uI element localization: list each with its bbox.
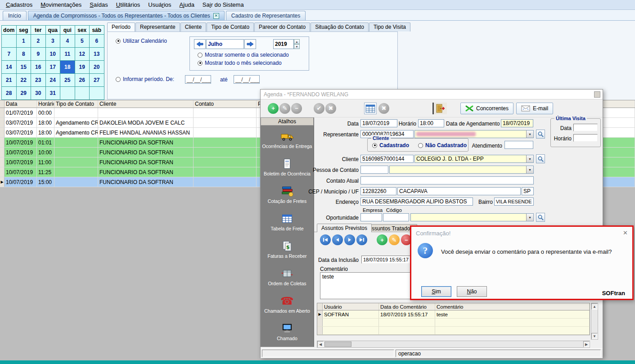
spin-down-icon[interactable]: ▼ [294, 44, 300, 49]
period-end-input[interactable]: __/__/____ [234, 75, 260, 84]
filter-tab-1[interactable]: Representante [135, 22, 180, 31]
month-field[interactable]: Julho [206, 39, 244, 49]
agendamento-field[interactable]: 18/07/2019 [501, 119, 533, 127]
horario-field[interactable]: 18:00 [418, 119, 444, 127]
tab-2[interactable]: Cadastro de Representantes [226, 11, 306, 20]
tab-0[interactable]: Início [3, 11, 27, 20]
scroll-up-icon[interactable]: ▲ [591, 303, 598, 310]
last-record-button[interactable] [356, 234, 367, 245]
cep-field[interactable]: 12282260 [360, 187, 396, 195]
data-field[interactable]: 18/07/2019 [360, 119, 397, 127]
calendar-day-22[interactable]: 22 [17, 74, 32, 87]
calendar-day-17[interactable]: 17 [46, 61, 61, 74]
sidebar-item-5[interactable]: Ordem de Coletas [261, 263, 314, 290]
vertical-scrollbar[interactable]: ▲ ▼ [591, 303, 598, 340]
atendimento-field[interactable] [504, 141, 533, 149]
concorrentes-button[interactable]: Concorrentes [460, 103, 513, 114]
radio-cadastrado[interactable]: Cadastrado [372, 142, 409, 148]
column-header-4[interactable]: Contato [194, 100, 257, 108]
uf-field[interactable]: SP [522, 187, 534, 195]
calendar-day-6[interactable]: 6 [90, 35, 104, 48]
menu-item-3[interactable]: Utilitários [112, 1, 144, 8]
filter-tab-3[interactable]: Tipo de Contato [207, 22, 254, 31]
calendar-day-11[interactable]: 11 [60, 48, 75, 61]
contato-atual-field[interactable] [360, 176, 534, 184]
confirm-button[interactable]: ✔ [314, 103, 324, 114]
calendar-day-5[interactable]: 5 [75, 35, 90, 48]
bairro-field[interactable]: VILA RESENDE [494, 198, 534, 206]
calendar-day-13[interactable]: 13 [90, 48, 104, 61]
radio-nao-cadastrado[interactable]: Não Cadastrado [418, 142, 467, 148]
pessoa-contato-code-field[interactable] [360, 166, 388, 174]
chevron-down-icon[interactable]: ▼ [526, 214, 533, 221]
empresa-field[interactable] [360, 213, 382, 221]
sidebar-item-7[interactable]: Chamado [261, 318, 314, 345]
chevron-down-icon[interactable]: ▼ [526, 130, 533, 138]
representante-search-button[interactable] [536, 130, 545, 139]
previous-month-button[interactable] [194, 39, 206, 49]
calendar-day-30[interactable]: 30 [31, 87, 46, 100]
edit-comment-button[interactable]: ✎ [389, 234, 400, 245]
tab-assuntos-previstos[interactable]: Assuntos Previstos [317, 224, 372, 232]
comments-column-header-1[interactable]: Data do Comentário [379, 303, 435, 310]
column-header-1[interactable]: Horário [37, 100, 54, 108]
calendar-day-19[interactable]: 19 [75, 61, 90, 74]
calendar-day-12[interactable]: 12 [75, 48, 90, 61]
next-month-button[interactable] [244, 39, 256, 49]
scroll-left-icon[interactable]: ◀ [317, 341, 324, 347]
calendar-day-15[interactable]: 15 [17, 61, 32, 74]
oportunidade-combo[interactable]: ▼ [410, 213, 534, 221]
previous-record-button[interactable] [332, 234, 343, 245]
filter-tab-5[interactable]: Situação do Contato [311, 22, 369, 31]
scroll-right-icon[interactable]: ▶ [583, 341, 590, 347]
shortcuts-header[interactable]: Atalhos [261, 117, 314, 126]
menu-item-1[interactable]: Movimentações [36, 1, 86, 8]
calendar-day-29[interactable]: 29 [17, 87, 32, 100]
comments-column-header-0[interactable]: Usuário [323, 303, 379, 310]
add-comment-button[interactable]: + [377, 234, 387, 245]
radio-informar-periodo[interactable]: Informar período. De: [116, 76, 174, 82]
menu-item-4[interactable]: Usuários [144, 1, 175, 8]
radio-mostrar-dia[interactable]: Mostrar somente o dia selecionado [198, 52, 289, 58]
menu-item-2[interactable]: Saídas [86, 1, 112, 8]
cliente-combo[interactable]: COLEGIO J. D. LTDA - EPP▼ [414, 155, 534, 163]
calendar-day-23[interactable]: 23 [31, 74, 46, 87]
sidebar-item-3[interactable]: Tabela de Frete [261, 208, 314, 235]
oportunidade-search-button[interactable] [536, 213, 545, 222]
cancel-button[interactable]: ✖ [325, 103, 336, 114]
cliente-code-field[interactable]: 51609857000144 [360, 155, 414, 163]
calendar-day-25[interactable]: 25 [60, 74, 75, 87]
comments-column-header-2[interactable]: Comentário [435, 303, 590, 310]
radio-mostrar-mes[interactable]: Mostrar todo o mês selecionado [198, 60, 282, 66]
no-button[interactable]: Não [457, 286, 487, 297]
pessoa-contato-combo[interactable]: ▼ [389, 166, 534, 174]
sidebar-item-4[interactable]: $Faturas a Receber [261, 235, 314, 263]
calendar-day-18[interactable]: 18 [60, 61, 75, 74]
comment-row[interactable]: ▶SOFTRAN18/07/2019 15:55:17teste [317, 310, 590, 319]
calendar-day-24[interactable]: 24 [46, 74, 61, 87]
column-header-2[interactable]: Tipo de Contato [54, 100, 98, 108]
calendar-day-28[interactable]: 28 [2, 87, 17, 100]
filter-tab-2[interactable]: Cliente [180, 22, 206, 31]
calendar-day-4[interactable]: 4 [60, 35, 75, 48]
calendar-day-31[interactable]: 31 [46, 87, 61, 100]
chevron-down-icon[interactable]: ▼ [526, 166, 533, 173]
close-icon[interactable]: ✕ [623, 229, 628, 236]
cliente-search-button[interactable] [536, 154, 545, 163]
close-view-button[interactable]: ✖ [378, 103, 389, 114]
delete-button[interactable]: − [291, 103, 302, 114]
sidebar-item-0[interactable]: Ocorrências de Entrega [261, 126, 314, 153]
year-field[interactable]: 2019 [273, 39, 294, 49]
filter-tab-4[interactable]: Parecer do Contato [254, 22, 310, 31]
calendar-day-21[interactable]: 21 [2, 74, 17, 87]
calendar-day-26[interactable]: 26 [75, 74, 90, 87]
horizontal-scrollbar[interactable]: ◀ ▶ [317, 341, 590, 348]
spin-up-icon[interactable]: ▲ [294, 39, 300, 44]
yes-button[interactable]: Sim [421, 286, 451, 297]
menu-item-0[interactable]: Cadastros [2, 1, 36, 8]
filter-tab-0[interactable]: Período [107, 22, 135, 32]
calendar-day-2[interactable]: 2 [31, 35, 46, 48]
close-icon[interactable]: ✕ [213, 13, 219, 19]
calendar-day-20[interactable]: 20 [90, 61, 104, 74]
municipio-field[interactable]: CACAPAVA [397, 187, 521, 195]
